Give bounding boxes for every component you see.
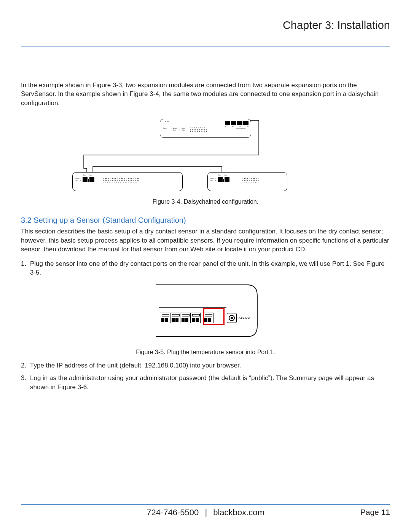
port-4 [180, 313, 191, 323]
dc-power-label: 7.5V DC [238, 316, 250, 320]
main-left-led [171, 128, 172, 130]
expansion-module-b: Power Link E-in E-out 12345678 [207, 172, 287, 191]
main-mid-leds [179, 128, 180, 132]
figure-3-4-caption: Figure 3-4. Daisychained configuration. [21, 198, 390, 205]
footer-contact: 724-746-5500 | blackbox.com [21, 508, 390, 518]
sub-a-led-grid: 12345678910111213141516 [103, 178, 139, 184]
sub-a-left-labels: Power Link [75, 178, 79, 182]
steps-list-continued: 2. Type the IP address of the unit (defa… [21, 361, 390, 391]
sub-b-e-in [218, 177, 223, 182]
sub-a-e-in [83, 177, 88, 182]
dc-power-jack [227, 313, 237, 323]
main-led-grid: 12345678 [190, 127, 207, 133]
step-1: 1. Plug the sensor into one of the dry c… [21, 259, 390, 277]
main-mid-labels: Activity Link [173, 128, 177, 131]
footer-phone: 724-746-5500 [147, 508, 199, 517]
sub-a-port-labels: E-in E-out [83, 174, 92, 176]
step-1-text: Plug the sensor into one of the dry cont… [30, 259, 390, 277]
figure-3-5-diagram: 7.5V DC [152, 284, 259, 337]
sub-b-left-labels: Power Link [210, 178, 214, 182]
step-3-text: Log in as the administrator using your a… [30, 374, 390, 391]
footer-separator: | [205, 508, 207, 517]
footer-site: blackbox.com [213, 508, 264, 517]
step-2-text: Type the IP address of the unit (default… [30, 361, 390, 370]
sub-b-port-labels: E-in E-out [218, 174, 227, 176]
port-2 [190, 313, 201, 323]
step-1-number: 1. [21, 259, 30, 277]
figure-3-4-diagram: Mic Power Activity Link Status Online 1 [72, 119, 339, 193]
step-3-number: 3. [21, 374, 30, 391]
port-1-highlight [203, 308, 225, 325]
exp-port-e4 [243, 121, 249, 125]
page-number: Page 11 [360, 508, 390, 517]
servsensor-main-device: Mic Power Activity Link Status Online 1 [160, 119, 251, 138]
exp-port-labels: E1 E2 E3 E4 [225, 126, 249, 128]
sub-b-led-grid: 12345678 [242, 178, 259, 184]
exp-port-e3 [237, 121, 242, 125]
main-status-labels: Status Online [182, 128, 185, 131]
chapter-title: Chapter 3: Installation [21, 19, 390, 34]
expansion-ports [225, 121, 249, 125]
port-6 [170, 313, 181, 323]
sub-b-e-out [225, 177, 229, 182]
header-rule [21, 46, 390, 46]
intro-paragraph: In the example shown in Figure 3-3, two … [21, 81, 390, 107]
steps-list: 1. Plug the sensor into one of the dry c… [21, 259, 390, 277]
sub-a-ports [83, 177, 94, 182]
step-2: 2. Type the IP address of the unit (defa… [21, 361, 390, 370]
sub-b-ports [218, 177, 229, 182]
section-3-2-body: This section describes the basic setup o… [21, 227, 390, 254]
port-8 [160, 313, 170, 323]
main-left-labels: Power [163, 128, 167, 129]
step-2-number: 2. [21, 361, 30, 370]
exp-port-e1 [225, 121, 230, 125]
sub-a-e-out [89, 177, 94, 182]
mic-label: Mic [165, 121, 169, 122]
step-3: 3. Log in as the administrator using you… [21, 374, 390, 391]
section-3-2-heading: 3.2 Setting up a Sensor (Standard Config… [21, 216, 390, 225]
page: Chapter 3: Installation In the example s… [0, 0, 411, 532]
expansion-module-a: Power Link E-in E-out 123456789101112131… [72, 172, 183, 191]
figure-3-5-caption: Figure 3-5. Plug the temperature sensor … [21, 349, 390, 356]
exp-caption: Expansion Ports [236, 128, 246, 129]
exp-port-e2 [231, 121, 236, 125]
page-footer: 724-746-5500 | blackbox.com Page 11 [21, 504, 390, 517]
